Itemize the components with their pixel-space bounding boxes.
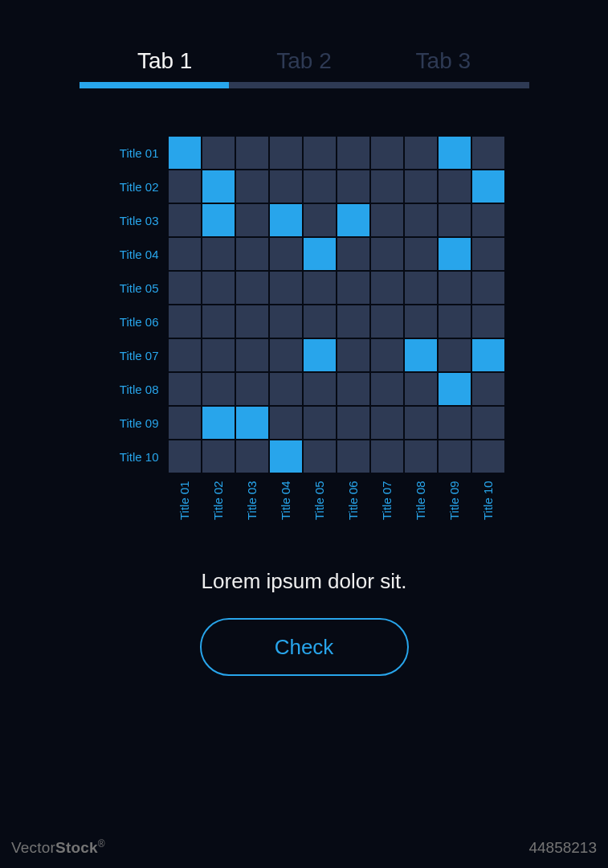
cell-r6-c4[interactable] [304,339,336,371]
cell-r7-c6[interactable] [371,373,403,405]
cell-r2-c7[interactable] [405,204,437,236]
cell-r1-c4[interactable] [304,170,336,203]
cell-r0-c0[interactable] [169,137,201,169]
cell-r1-c7[interactable] [405,170,437,203]
cell-r5-c5[interactable] [337,305,369,338]
cell-r6-c6[interactable] [371,339,403,371]
cell-r8-c0[interactable] [169,407,201,439]
cell-r1-c9[interactable] [472,170,504,203]
cell-r2-c6[interactable] [371,204,403,236]
cell-r1-c5[interactable] [337,170,369,203]
cell-r0-c1[interactable] [202,137,235,169]
cell-r7-c2[interactable] [236,373,268,405]
cell-r7-c1[interactable] [202,373,235,405]
cell-r2-c2[interactable] [236,204,268,236]
cell-r7-c9[interactable] [472,373,504,405]
cell-r1-c1[interactable] [202,170,235,203]
cell-r8-c8[interactable] [439,407,471,439]
cell-r8-c5[interactable] [337,407,369,439]
cell-r2-c3[interactable] [270,204,302,236]
cell-r6-c9[interactable] [472,339,504,371]
cell-r0-c6[interactable] [371,137,403,169]
cell-r8-c6[interactable] [371,407,403,439]
cell-r0-c4[interactable] [304,137,336,169]
cell-r2-c5[interactable] [337,204,369,236]
cell-r6-c3[interactable] [270,339,302,371]
cell-r9-c4[interactable] [304,440,336,473]
tab-1[interactable]: Tab 1 [137,48,193,74]
cell-r4-c6[interactable] [371,272,403,304]
cell-r8-c4[interactable] [304,407,336,439]
cell-r0-c5[interactable] [337,137,369,169]
cell-r3-c1[interactable] [202,238,235,270]
cell-r8-c9[interactable] [472,407,504,439]
cell-r3-c4[interactable] [304,238,336,270]
cell-r7-c4[interactable] [304,373,336,405]
cell-r7-c7[interactable] [405,373,437,405]
cell-r3-c8[interactable] [439,238,471,270]
cell-r5-c6[interactable] [371,305,403,338]
cell-r7-c8[interactable] [439,373,471,405]
cell-r6-c7[interactable] [405,339,437,371]
cell-r6-c2[interactable] [236,339,268,371]
cell-r9-c7[interactable] [405,440,437,473]
cell-r9-c2[interactable] [236,440,268,473]
cell-r1-c2[interactable] [236,170,268,203]
cell-r9-c1[interactable] [202,440,235,473]
cell-r9-c8[interactable] [439,440,471,473]
cell-r8-c2[interactable] [236,407,268,439]
cell-r5-c3[interactable] [270,305,302,338]
cell-r9-c6[interactable] [371,440,403,473]
cell-r4-c8[interactable] [439,272,471,304]
cell-r9-c9[interactable] [472,440,504,473]
check-button[interactable]: Check [200,618,409,676]
cell-r4-c2[interactable] [236,272,268,304]
cell-r6-c1[interactable] [202,339,235,371]
cell-r4-c3[interactable] [270,272,302,304]
cell-r7-c5[interactable] [337,373,369,405]
cell-r5-c1[interactable] [202,305,235,338]
cell-r6-c5[interactable] [337,339,369,371]
cell-r5-c4[interactable] [304,305,336,338]
cell-r4-c9[interactable] [472,272,504,304]
cell-r3-c9[interactable] [472,238,504,270]
cell-r6-c0[interactable] [169,339,201,371]
cell-r4-c7[interactable] [405,272,437,304]
cell-r2-c8[interactable] [439,204,471,236]
tab-3[interactable]: Tab 3 [416,48,471,74]
cell-r1-c0[interactable] [169,170,201,203]
cell-r0-c7[interactable] [405,137,437,169]
cell-r5-c0[interactable] [169,305,201,338]
cell-r7-c0[interactable] [169,373,201,405]
cell-r8-c1[interactable] [202,407,235,439]
cell-r2-c0[interactable] [169,204,201,236]
cell-r4-c1[interactable] [202,272,235,304]
cell-r5-c7[interactable] [405,305,437,338]
cell-r8-c7[interactable] [405,407,437,439]
cell-r3-c3[interactable] [270,238,302,270]
cell-r0-c9[interactable] [472,137,504,169]
cell-r3-c6[interactable] [371,238,403,270]
cell-r0-c3[interactable] [270,137,302,169]
cell-r9-c3[interactable] [270,440,302,473]
cell-r5-c8[interactable] [439,305,471,338]
cell-r7-c3[interactable] [270,373,302,405]
cell-r5-c9[interactable] [472,305,504,338]
cell-r3-c7[interactable] [405,238,437,270]
cell-r4-c4[interactable] [304,272,336,304]
cell-r1-c6[interactable] [371,170,403,203]
cell-r3-c2[interactable] [236,238,268,270]
cell-r9-c5[interactable] [337,440,369,473]
cell-r9-c0[interactable] [169,440,201,473]
cell-r2-c1[interactable] [202,204,235,236]
cell-r2-c9[interactable] [472,204,504,236]
cell-r4-c0[interactable] [169,272,201,304]
cell-r8-c3[interactable] [270,407,302,439]
cell-r0-c2[interactable] [236,137,268,169]
cell-r2-c4[interactable] [304,204,336,236]
cell-r3-c0[interactable] [169,238,201,270]
cell-r6-c8[interactable] [439,339,471,371]
cell-r1-c3[interactable] [270,170,302,203]
cell-r5-c2[interactable] [236,305,268,338]
tab-2[interactable]: Tab 2 [276,48,332,74]
